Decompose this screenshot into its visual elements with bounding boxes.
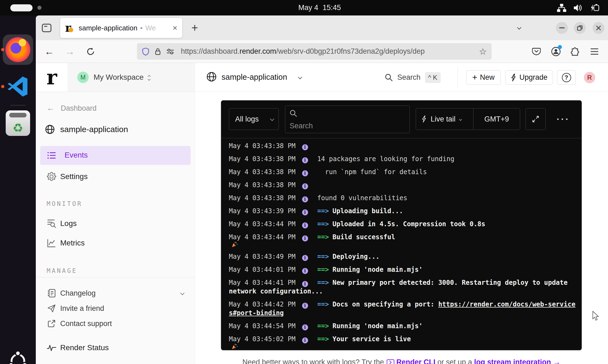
log-timestamp: May 4 03:44:42 PM (229, 301, 296, 308)
reload-button[interactable] (84, 40, 98, 63)
globe-icon (206, 72, 217, 82)
more-options-button[interactable] (552, 108, 574, 130)
menu-button[interactable] (587, 40, 601, 63)
party-popper-icon (231, 241, 238, 248)
info-icon: i (302, 222, 308, 228)
browser-window: r sample-application•We × + ← → https://… (36, 15, 608, 364)
chevron-up-down-icon (148, 74, 150, 80)
log-search-box[interactable] (285, 106, 410, 133)
help-button[interactable]: ? (557, 70, 576, 85)
pocket-button[interactable] (529, 40, 543, 63)
timezone-button[interactable]: GMT+9 (473, 115, 520, 123)
log-timestamp: May 4 03:43:38 PM (229, 181, 296, 189)
workspace-selector[interactable]: M My Workspace (68, 63, 195, 92)
back-arrow-icon: ← (44, 46, 54, 57)
logs-panel: All logs Live tail GMT+9 (221, 100, 582, 350)
list-all-tabs-button[interactable] (514, 24, 524, 33)
log-timestamp: May 4 03:43:38 PM (229, 155, 296, 163)
log-row: May 4 03:43:44 PMi==>Uploaded in 4.5s. C… (229, 220, 577, 228)
browser-tab[interactable]: r sample-application•We × (60, 18, 182, 38)
log-search-input[interactable] (290, 122, 405, 130)
dock-firefox-button[interactable] (3, 34, 33, 65)
info-icon: i (302, 144, 308, 150)
account-button[interactable] (548, 40, 564, 63)
system-clock[interactable]: May 4 15:45 (298, 0, 341, 15)
live-tail-dropdown[interactable]: Live tail (416, 108, 473, 130)
sidebar-item-invite-friend[interactable]: Invite a friend (36, 301, 195, 316)
workspace-name: My Workspace (94, 73, 144, 82)
chevron-down-icon[interactable] (181, 291, 184, 296)
firefox-view-button[interactable] (40, 21, 53, 34)
pocket-icon (532, 47, 541, 56)
sidebar-item-changelog[interactable]: Changelog (36, 286, 195, 301)
close-button[interactable] (593, 22, 604, 34)
firefox-view-icon (41, 23, 52, 33)
sidebar-service-name[interactable]: sample-application (36, 122, 195, 136)
system-top-bar: May 4 15:45 (0, 0, 608, 15)
user-avatar[interactable]: R (584, 72, 595, 83)
tab-title: sample-application•We (79, 24, 171, 32)
gear-icon (47, 172, 56, 181)
extensions-button[interactable] (568, 40, 582, 63)
minimize-button[interactable] (556, 22, 568, 34)
lock-icon[interactable] (154, 47, 161, 56)
system-tray[interactable] (557, 0, 600, 15)
activities-pill[interactable] (10, 4, 33, 11)
sidebar-item-render-status[interactable]: Render Status (36, 340, 195, 356)
log-row: May 4 03:45:02 PMi==>Your service is liv… (229, 335, 577, 350)
forward-button[interactable]: → (63, 40, 77, 63)
service-selector[interactable]: sample-application (222, 73, 287, 82)
log-message: Uploading build... (332, 207, 403, 215)
url-bar[interactable]: https://dashboard.render.com/web/srv-d0b… (137, 43, 492, 60)
log-filter-dropdown[interactable]: All logs (229, 108, 279, 130)
sidebar-item-contact-support[interactable]: Contact support (36, 316, 195, 331)
dock-show-apps-button[interactable] (7, 350, 29, 364)
render-cli-link[interactable]: Render CLI (396, 358, 436, 364)
new-tab-button[interactable]: + (188, 21, 202, 35)
tab-close-icon[interactable]: × (172, 23, 177, 33)
log-message: Deploying... (332, 253, 379, 260)
upgrade-button[interactable]: Upgrade (505, 70, 553, 85)
log-lines[interactable]: May 4 03:43:38 PMiMay 4 03:43:38 PMi14 p… (221, 138, 582, 350)
lightning-icon (511, 74, 517, 82)
service-chevron-icon[interactable] (299, 75, 302, 80)
firefox-icon (5, 37, 30, 62)
workspace-avatar: M (77, 72, 89, 83)
dock-trash-button[interactable]: ♻ (6, 110, 30, 136)
back-button[interactable]: ← (42, 40, 56, 63)
log-message: found 0 vulnerabilities (317, 194, 407, 202)
log-stream-integration-link[interactable]: log stream integration → (474, 358, 560, 364)
log-row: May 4 03:43:38 PMi (229, 142, 577, 150)
sidebar-item-events[interactable]: Events (40, 146, 191, 165)
metrics-chart-icon (47, 238, 56, 248)
log-timestamp: May 4 03:43:38 PM (229, 194, 296, 202)
new-button[interactable]: New (466, 70, 501, 85)
shield-icon[interactable] (142, 47, 149, 56)
restore-button[interactable] (574, 22, 586, 34)
expand-logs-button[interactable] (526, 108, 546, 130)
sidebar-back-dashboard[interactable]: ← Dashboard (36, 102, 195, 114)
permissions-icon[interactable] (166, 48, 174, 55)
log-arrow: ==> (317, 335, 329, 343)
url-text[interactable]: https://dashboard.render.com/web/srv-d0b… (181, 47, 476, 56)
live-tail-control[interactable]: Live tail GMT+9 (416, 108, 520, 130)
render-logo-button[interactable]: r (36, 63, 68, 92)
clock-time: 15:45 (323, 4, 341, 12)
navigation-toolbar: ← → https://dashboard.render.com/web/srv… (36, 40, 608, 63)
sidebar-item-metrics[interactable]: Metrics (36, 235, 195, 251)
info-icon: i (302, 255, 308, 261)
dock: ♻ (0, 15, 36, 364)
sidebar-divider (36, 277, 195, 277)
dock-vscode-button[interactable] (6, 75, 30, 98)
log-row: May 4 03:43:38 PMi (229, 181, 577, 189)
log-timestamp: May 4 03:45:02 PM (229, 335, 296, 343)
chevron-down-icon (517, 25, 521, 30)
url-fade (446, 47, 476, 56)
sidebar-item-logs[interactable]: Logs (36, 215, 195, 232)
log-message: Running 'node main.mjs' (332, 266, 423, 273)
party-popper-icon (231, 343, 238, 350)
bookmark-star-icon[interactable]: ☆ (479, 46, 487, 57)
section-label-monitor: MONITOR (47, 200, 82, 207)
sidebar-item-settings[interactable]: Settings (36, 168, 195, 185)
global-search-button[interactable]: Search ^ K (385, 63, 441, 92)
